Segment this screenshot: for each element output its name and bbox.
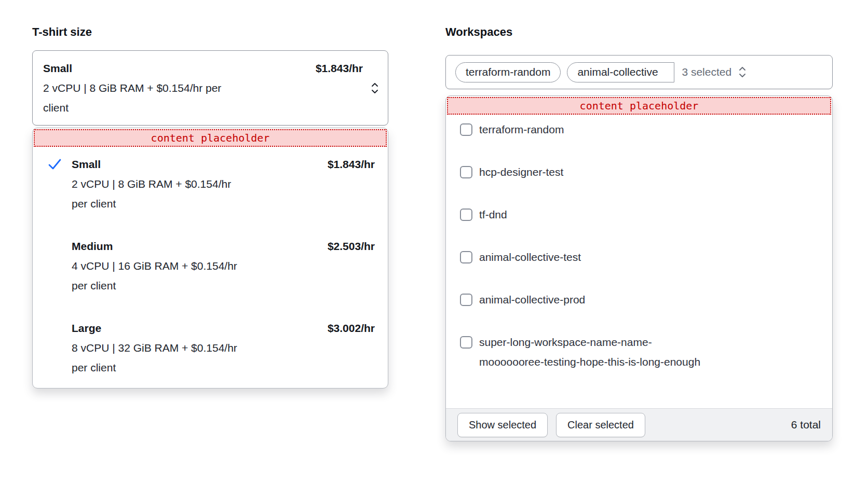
option-title: Large (72, 318, 101, 338)
tag-terraform-random[interactable]: terraform-random (455, 62, 561, 82)
checkbox-icon[interactable] (460, 209, 472, 221)
workspace-name: animal-collective-prod (479, 290, 585, 310)
tshirt-option-medium[interactable]: Medium $2.503/hr 4 vCPU | 16 GiB RAM + $… (33, 237, 388, 296)
tshirt-options-list: Small $1.843/hr 2 vCPU | 8 GiB RAM + $0.… (33, 147, 388, 388)
checkbox-icon[interactable] (460, 336, 472, 349)
tshirt-option-large[interactable]: Large $3.002/hr 8 vCPU | 32 GiB RAM + $0… (33, 318, 388, 378)
selected-size-title: Small (43, 59, 72, 78)
workspace-name-line-1: super-long-workspace-name-name- (479, 332, 700, 352)
show-selected-button[interactable]: Show selected (457, 413, 548, 437)
workspaces-label: Workspaces (445, 25, 833, 39)
option-description: 8 vCPU | 32 GiB RAM + $0.154/hr per clie… (72, 338, 240, 378)
workspace-option-hcp-designer-test[interactable]: hcp-designer-test (460, 162, 820, 182)
checkbox-icon[interactable] (460, 251, 472, 263)
option-title: Small (72, 155, 101, 174)
page: T-shirt size Small $1.843/hr 2 vCPU | 8 … (0, 0, 868, 500)
workspace-option-super-long-name[interactable]: super-long-workspace-name-name-moooooore… (460, 332, 820, 372)
workspace-name: terraform-random (479, 120, 564, 140)
content-placeholder-banner: content placeholder (34, 129, 387, 147)
dropdown-footer: Show selected Clear selected 6 total (446, 408, 832, 441)
tshirt-size-section: T-shirt size Small $1.843/hr 2 vCPU | 8 … (32, 25, 388, 388)
content-placeholder-banner: content placeholder (447, 97, 831, 115)
tshirt-size-label: T-shirt size (32, 25, 388, 39)
tshirt-option-small[interactable]: Small $1.843/hr 2 vCPU | 8 GiB RAM + $0.… (33, 155, 388, 214)
option-title: Medium (72, 237, 113, 256)
workspace-option-animal-collective-test[interactable]: animal-collective-test (460, 247, 820, 267)
workspaces-section: Workspaces terraform-random animal-colle… (445, 25, 833, 441)
check-icon (47, 158, 63, 171)
option-price: $1.843/hr (328, 155, 375, 174)
workspace-name: super-long-workspace-name-name-moooooore… (479, 332, 700, 372)
workspaces-dropdown: content placeholder terraform-random hcp… (445, 95, 833, 441)
workspace-name: hcp-designer-test (479, 162, 563, 182)
selected-size-price: $1.843/hr (316, 59, 363, 78)
total-count: 6 total (791, 419, 821, 431)
checkbox-icon[interactable] (460, 294, 472, 306)
option-price: $3.002/hr (328, 318, 375, 338)
workspace-option-animal-collective-prod[interactable]: animal-collective-prod (460, 290, 820, 310)
tshirt-size-select-trigger[interactable]: Small $1.843/hr 2 vCPU | 8 GiB RAM + $0.… (32, 50, 388, 126)
workspace-option-terraform-random[interactable]: terraform-random (460, 120, 820, 140)
workspace-option-tf-dnd[interactable]: tf-dnd (460, 205, 820, 225)
workspaces-options-list: terraform-random hcp-designer-test tf-dn… (446, 115, 832, 408)
tshirt-size-dropdown: content placeholder Small $1.843/hr 2 vC… (32, 128, 388, 388)
option-price: $2.503/hr (328, 237, 375, 256)
selected-count: 3 selected (682, 66, 731, 78)
option-description: 4 vCPU | 16 GiB RAM + $0.154/hr per clie… (72, 256, 240, 296)
selected-size-description: 2 vCPU | 8 GiB RAM + $0.154/hr per clien… (43, 78, 233, 118)
workspace-name: tf-dnd (479, 205, 507, 225)
unfold-chevron-icon (738, 65, 747, 79)
workspace-name-line-2: mooooooree-testing-hope-this-is-long-eno… (479, 352, 700, 372)
option-description: 2 vCPU | 8 GiB RAM + $0.154/hr per clien… (72, 174, 240, 214)
clear-selected-button[interactable]: Clear selected (556, 413, 645, 437)
checkbox-icon[interactable] (460, 166, 472, 178)
workspace-name: animal-collective-test (479, 247, 581, 267)
unfold-chevron-icon (370, 81, 379, 95)
workspaces-multiselect-trigger[interactable]: terraform-random animal-collective 3 sel… (445, 55, 833, 89)
tag-animal-collective[interactable]: animal-collective (567, 62, 674, 82)
checkbox-icon[interactable] (460, 123, 472, 136)
